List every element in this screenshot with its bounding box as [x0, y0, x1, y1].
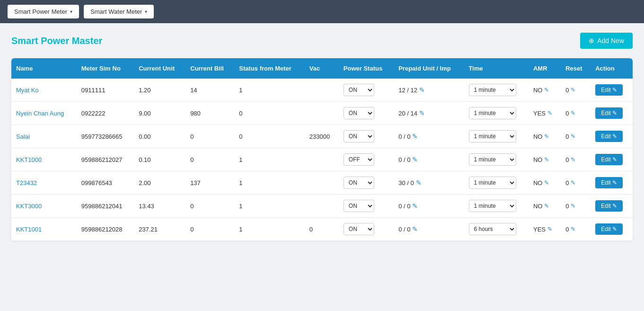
name-link[interactable]: KKT3000	[16, 203, 42, 210]
prepaid-value: 0 / 0	[398, 133, 410, 140]
edit-prepaid-icon[interactable]: ✎	[416, 179, 422, 187]
edit-prepaid-icon[interactable]: ✎	[419, 109, 425, 117]
amr-value: NO	[533, 203, 543, 210]
add-new-button[interactable]: ⊕ Add New	[580, 33, 633, 49]
edit-reset-icon[interactable]: ✎	[571, 156, 575, 163]
edit-amr-icon[interactable]: ✎	[544, 87, 549, 93]
cell-current-unit: 1.20	[134, 79, 185, 102]
cell-power-status: ONOFF	[339, 125, 394, 148]
edit-button[interactable]: Edit ✎	[595, 223, 623, 235]
cell-name: KKT3000	[11, 195, 77, 218]
edit-reset-icon[interactable]: ✎	[571, 226, 575, 232]
cell-amr: NO✎	[529, 79, 561, 102]
name-link[interactable]: Salai	[16, 133, 30, 140]
col-vac: Vac	[305, 58, 339, 79]
cell-status-from-meter: 0	[234, 102, 304, 125]
edit-button[interactable]: Edit ✎	[595, 107, 623, 119]
page-title: Smart Power Master	[11, 36, 102, 46]
cell-meter-sim-no: 099876543	[77, 171, 134, 195]
time-select[interactable]: 1 minute5 minutes10 minutes30 minutes1 h…	[469, 107, 516, 119]
edit-prepaid-icon[interactable]: ✎	[412, 225, 418, 233]
edit-prepaid-icon[interactable]: ✎	[412, 202, 418, 210]
cell-name: KKT1001	[11, 218, 77, 241]
chevron-down-icon: ▾	[70, 9, 72, 14]
name-link[interactable]: KKT1000	[16, 156, 42, 163]
edit-reset-icon[interactable]: ✎	[571, 179, 575, 186]
time-select[interactable]: 1 minute5 minutes10 minutes30 minutes1 h…	[469, 130, 516, 142]
cell-current-bill: 137	[185, 171, 234, 195]
cell-status-from-meter: 1	[234, 195, 304, 218]
reset-value: 0	[565, 110, 569, 117]
time-select[interactable]: 1 minute5 minutes10 minutes30 minutes1 h…	[469, 200, 516, 212]
name-link[interactable]: T23432	[16, 179, 37, 187]
cell-current-unit: 13.43	[134, 195, 185, 218]
table-header-row: Name Meter Sim No Current Unit Current B…	[11, 58, 633, 79]
edit-button[interactable]: Edit ✎	[595, 154, 623, 165]
cell-name: Myat Ko	[11, 79, 77, 102]
cell-prepaid-unit: 0 / 0✎	[394, 218, 464, 241]
edit-reset-icon[interactable]: ✎	[571, 87, 575, 93]
time-select[interactable]: 1 minute5 minutes10 minutes30 minutes1 h…	[469, 84, 516, 96]
edit-amr-icon[interactable]: ✎	[544, 133, 549, 140]
edit-amr-icon[interactable]: ✎	[547, 226, 552, 232]
cell-current-bill: 0	[185, 195, 234, 218]
edit-amr-icon[interactable]: ✎	[547, 110, 552, 116]
nav-label-water: Smart Water Meter	[90, 8, 142, 15]
cell-action: Edit ✎	[591, 171, 633, 195]
table-row: KKT10009598862120270.1001ONOFF0 / 0✎1 mi…	[11, 148, 633, 171]
cell-prepaid-unit: 20 / 14✎	[394, 102, 464, 125]
col-name: Name	[11, 58, 77, 79]
edit-button[interactable]: Edit ✎	[595, 84, 623, 96]
edit-prepaid-icon[interactable]: ✎	[412, 156, 418, 163]
amr-value: YES	[533, 110, 546, 117]
name-link[interactable]: KKT1001	[16, 226, 42, 233]
edit-reset-icon[interactable]: ✎	[571, 203, 575, 209]
edit-reset-icon[interactable]: ✎	[571, 110, 575, 116]
power-status-select[interactable]: ONOFF	[344, 84, 374, 96]
cell-time: 1 minute5 minutes10 minutes30 minutes1 h…	[464, 218, 529, 241]
col-power-status: Power Status	[339, 58, 394, 79]
edit-prepaid-icon[interactable]: ✎	[412, 133, 418, 140]
cell-vac	[305, 195, 339, 218]
edit-button[interactable]: Edit ✎	[595, 177, 623, 188]
edit-prepaid-icon[interactable]: ✎	[419, 86, 425, 94]
power-status-select[interactable]: ONOFF	[344, 153, 374, 166]
edit-amr-icon[interactable]: ✎	[544, 179, 549, 186]
power-status-select[interactable]: ONOFF	[344, 177, 374, 189]
cell-current-unit: 9.00	[134, 102, 185, 125]
cell-power-status: ONOFF	[339, 79, 394, 102]
time-select[interactable]: 1 minute5 minutes10 minutes30 minutes1 h…	[469, 223, 516, 235]
time-select[interactable]: 1 minute5 minutes10 minutes30 minutes1 h…	[469, 153, 516, 166]
power-status-select[interactable]: ONOFF	[344, 200, 374, 212]
cell-current-bill: 0	[185, 148, 234, 171]
cell-reset: 0✎	[561, 125, 591, 148]
cell-vac	[305, 171, 339, 195]
col-prepaid-unit: Prepaid Unit / Imp	[394, 58, 464, 79]
cell-amr: NO✎	[529, 171, 561, 195]
edit-reset-icon[interactable]: ✎	[571, 133, 575, 140]
smart-water-meter-btn[interactable]: Smart Water Meter ▾	[84, 5, 154, 18]
cell-vac	[305, 79, 339, 102]
time-select[interactable]: 1 minute5 minutes10 minutes30 minutes1 h…	[469, 177, 516, 189]
col-action: Action	[591, 58, 633, 79]
power-status-select[interactable]: ONOFF	[344, 107, 374, 119]
cell-action: Edit ✎	[591, 148, 633, 171]
edit-button[interactable]: Edit ✎	[595, 200, 623, 212]
col-status-from-meter: Status from Meter	[234, 58, 304, 79]
cell-meter-sim-no: 959886212027	[77, 148, 134, 171]
cell-prepaid-unit: 0 / 0✎	[394, 148, 464, 171]
cell-action: Edit ✎	[591, 125, 633, 148]
cell-meter-sim-no: 0922222	[77, 102, 134, 125]
power-status-select[interactable]: ONOFF	[344, 223, 374, 235]
main-table: Name Meter Sim No Current Unit Current B…	[11, 58, 633, 241]
cell-prepaid-unit: 0 / 0✎	[394, 195, 464, 218]
edit-amr-icon[interactable]: ✎	[544, 203, 549, 209]
cell-power-status: ONOFF	[339, 171, 394, 195]
smart-power-meter-btn[interactable]: Smart Power Meter ▾	[8, 5, 79, 18]
power-status-select[interactable]: ONOFF	[344, 130, 374, 142]
name-link[interactable]: Myat Ko	[16, 87, 39, 94]
edit-amr-icon[interactable]: ✎	[544, 156, 549, 163]
col-time: Time	[464, 58, 529, 79]
name-link[interactable]: Nyein Chan Aung	[16, 110, 64, 117]
edit-button[interactable]: Edit ✎	[595, 131, 623, 142]
